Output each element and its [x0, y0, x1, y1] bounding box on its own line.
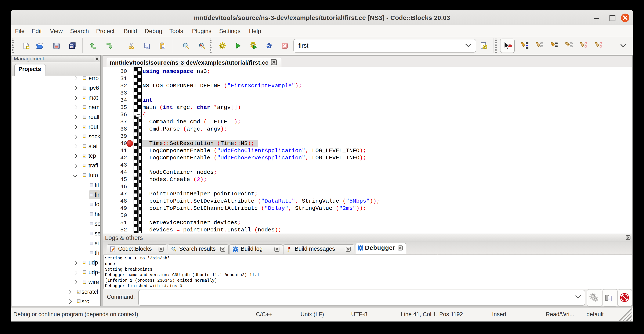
- svg-text:R: R: [200, 44, 202, 47]
